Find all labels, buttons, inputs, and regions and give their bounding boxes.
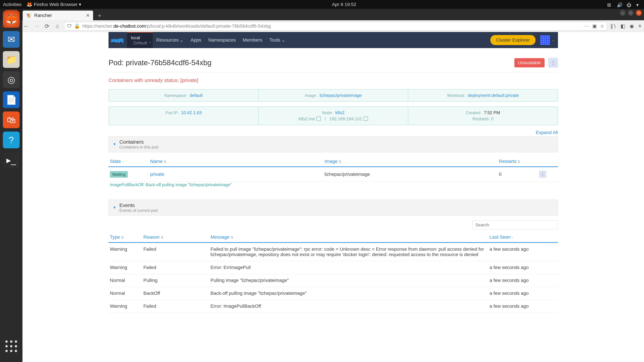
- created-value: 7:52 PM: [484, 110, 500, 115]
- containers-table: State↑ Name⇅ Image⇅ Restarts⇅ Waiting pr…: [108, 156, 558, 193]
- dock-rhythmbox[interactable]: ◎: [3, 71, 20, 88]
- image-link[interactable]: lizhepac/privateimage: [320, 93, 362, 98]
- network-icon[interactable]: ⊞: [607, 2, 612, 7]
- star-icon[interactable]: ☆: [600, 23, 604, 29]
- menu-icon[interactable]: ≡: [638, 23, 641, 29]
- event-type: Normal: [110, 278, 144, 283]
- event-reason: Failed: [144, 304, 210, 309]
- node-link[interactable]: k8s2: [335, 110, 344, 115]
- dock-writer[interactable]: 📄: [3, 91, 20, 108]
- col-last-seen[interactable]: Last Seen↑: [490, 234, 556, 240]
- events-table-header: Type⇅ Reason⇅ Message⇅ Last Seen↑: [108, 232, 558, 243]
- info-box-1: Namespace: default Image: lizhepac/priva…: [108, 89, 558, 102]
- sort-icon: ⇅: [518, 160, 520, 164]
- event-message: Failed to pull image "lizhepac/privateim…: [210, 247, 490, 257]
- chevron-down-icon: ⌄: [180, 37, 184, 43]
- dock-firefox[interactable]: 🦊: [3, 11, 20, 28]
- container-image: lizhepac/privateimage: [324, 172, 499, 177]
- ellipsis-icon[interactable]: ⋯: [584, 23, 589, 29]
- copy-icon[interactable]: [364, 117, 368, 121]
- event-last-seen: a few seconds ago: [490, 291, 556, 296]
- dock-help[interactable]: ?: [3, 132, 20, 148]
- shield-icon[interactable]: 🛡: [67, 23, 72, 29]
- podip-value[interactable]: 10.42.1.63: [181, 110, 202, 115]
- user-avatar[interactable]: [540, 35, 550, 45]
- nav-namespaces[interactable]: Namespaces: [208, 37, 236, 43]
- col-message[interactable]: Message⇅: [210, 234, 490, 240]
- unready-status-line: Containers with unready status: [private…: [108, 77, 558, 83]
- browser-tab[interactable]: 🐮 Rancher ✕: [23, 10, 93, 20]
- close-window-button[interactable]: ✕: [636, 10, 642, 16]
- event-reason: Pulling: [144, 278, 210, 283]
- namespace-label: Namespace:: [164, 93, 187, 98]
- dock-thunderbird[interactable]: ✉: [3, 31, 20, 48]
- event-type: Normal: [110, 291, 144, 296]
- cluster-project-selector[interactable]: local Default ⌄: [127, 32, 153, 48]
- sidebar-icon[interactable]: ◧: [620, 23, 625, 29]
- sort-icon: ⇅: [121, 236, 124, 239]
- workload-link[interactable]: deployment:default:private: [468, 93, 519, 98]
- node-host1: k8s2.me: [298, 116, 315, 121]
- events-search-input[interactable]: [472, 220, 558, 229]
- status-badge: Unavailable: [514, 58, 544, 67]
- firefox-navbar: ← → ⟳ ⌂ 🛡 🔒 https://rancher.de-chatbot.c…: [0, 20, 644, 32]
- nav-apps[interactable]: Apps: [190, 37, 201, 43]
- maximize-button[interactable]: □: [628, 10, 634, 16]
- dock-software[interactable]: 🛍: [3, 111, 20, 128]
- power-icon[interactable]: ⏻: [626, 2, 631, 7]
- forward-button[interactable]: →: [33, 23, 40, 30]
- event-row: WarningFailedError: ErrImagePulla few se…: [108, 261, 558, 274]
- event-last-seen: a few seconds ago: [490, 304, 556, 309]
- containers-panel-header[interactable]: ▼ Containers Containers in this pod: [108, 136, 558, 152]
- namespace-link[interactable]: default: [190, 93, 202, 98]
- rancher-logo[interactable]: [108, 36, 127, 44]
- dock-files[interactable]: 📁: [3, 51, 20, 68]
- event-message: Error: ErrImagePull: [210, 265, 490, 270]
- lock-warning-icon[interactable]: 🔒: [74, 23, 80, 29]
- dock-show-applications[interactable]: [3, 338, 20, 355]
- minimize-button[interactable]: –: [620, 10, 626, 16]
- events-panel-header[interactable]: ▼ Events Events of current pod: [108, 200, 558, 216]
- dock-terminal[interactable]: ▸_: [3, 152, 20, 168]
- chevron-down-icon: ⌄: [148, 39, 152, 44]
- created-label: Created:: [466, 110, 481, 115]
- page-viewport[interactable]: local Default ⌄ Resources⌄ Apps Namespac…: [22, 32, 644, 362]
- col-name[interactable]: Name⇅: [150, 159, 324, 164]
- col-restarts[interactable]: Restarts⇅: [499, 159, 539, 164]
- event-last-seen: a few seconds ago: [490, 247, 556, 257]
- page-actions-menu[interactable]: ⋮: [548, 58, 558, 67]
- volume-icon[interactable]: 🔊: [617, 2, 622, 7]
- home-button[interactable]: ⌂: [54, 23, 61, 30]
- chevron-down-icon[interactable]: ▾: [636, 2, 641, 7]
- activities-button[interactable]: Activities: [3, 2, 22, 7]
- nav-members[interactable]: Members: [243, 37, 262, 43]
- event-row: NormalBackOffBack-off pulling image "liz…: [108, 287, 558, 300]
- clock[interactable]: Apr 8 19:52: [81, 2, 607, 7]
- nav-tools[interactable]: Tools⌄: [269, 37, 285, 43]
- back-button[interactable]: ←: [23, 23, 30, 30]
- reload-button[interactable]: ⟳: [44, 23, 50, 30]
- event-last-seen: a few seconds ago: [490, 278, 556, 283]
- close-tab-icon[interactable]: ✕: [86, 13, 90, 18]
- nav-resources[interactable]: Resources⌄: [156, 37, 184, 43]
- row-actions-menu[interactable]: ⋮: [539, 171, 546, 178]
- url-bar[interactable]: 🛡 🔒 https://rancher.de-chatbot.com/p/loc…: [64, 22, 607, 30]
- sort-icon: ⇅: [164, 160, 166, 164]
- col-image[interactable]: Image⇅: [324, 159, 499, 164]
- col-state[interactable]: State↑: [110, 159, 150, 164]
- reader-icon[interactable]: ▣: [592, 23, 597, 29]
- col-reason[interactable]: Reason⇅: [144, 234, 210, 240]
- copy-icon[interactable]: [317, 117, 321, 121]
- container-name-link[interactable]: private: [150, 172, 164, 177]
- active-app-indicator[interactable]: 🦊 Firefox Web Browser ▾: [26, 2, 81, 7]
- podip-label: Pod IP:: [165, 110, 178, 115]
- event-reason: BackOff: [144, 291, 210, 296]
- col-type[interactable]: Type⇅: [110, 234, 144, 240]
- account-icon[interactable]: ◉: [630, 23, 634, 29]
- expand-all-link[interactable]: Expand All: [536, 130, 558, 135]
- collapse-icon: ▼: [113, 142, 116, 146]
- library-icon[interactable]: ∥∖: [610, 23, 616, 29]
- chevron-down-icon[interactable]: ⌄: [552, 38, 554, 42]
- cluster-explorer-button[interactable]: Cluster Explorer: [490, 35, 536, 45]
- new-tab-button[interactable]: ＋: [96, 11, 104, 19]
